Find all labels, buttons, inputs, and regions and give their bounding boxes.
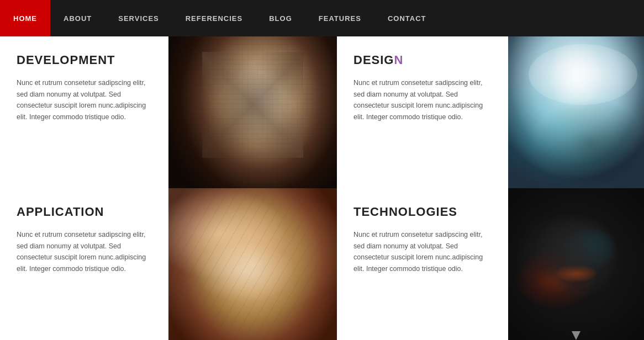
application-title: APPLICATION	[17, 205, 152, 219]
design-panel: DESIGN Nunc et rutrum consetetur sadipsc…	[337, 36, 508, 188]
cyber-face-top-image	[168, 36, 337, 188]
right-top-visual	[508, 36, 644, 188]
painted-face-bottom-image	[168, 188, 337, 340]
design-title: DESIGN	[353, 53, 492, 67]
nav-features[interactable]: FEATURES	[305, 0, 374, 36]
design-title-accent: N	[394, 53, 403, 67]
painted-face-visual	[168, 188, 337, 340]
application-panel: APPLICATION Nunc et rutrum consetetur sa…	[0, 188, 168, 340]
nav-services-label: SERVICES	[118, 14, 159, 23]
nav-features-label: FEATURES	[319, 14, 361, 23]
nav-contact-label: CONTACT	[388, 14, 426, 23]
nav-about-label: ABOUT	[64, 14, 92, 23]
nav-about[interactable]: ABOUT	[50, 0, 105, 36]
development-text: Nunc et rutrum consetetur sadipscing eli…	[17, 77, 152, 123]
cyber-face-visual	[168, 36, 337, 188]
design-text: Nunc et rutrum consetetur sadipscing eli…	[353, 77, 492, 123]
nav-services[interactable]: SERVICES	[105, 0, 172, 36]
nav-blog[interactable]: BLOG	[256, 0, 305, 36]
development-title-text: DEVELOPMENT	[17, 53, 115, 67]
navbar: HOME ABOUT SERVICES REFERENCIES BLOG FEA…	[0, 0, 644, 36]
application-title-text: APPLICATION	[17, 205, 104, 219]
development-title: DEVELOPMENT	[17, 53, 152, 67]
nav-referencies-label: REFERENCIES	[186, 14, 242, 23]
technologies-text: Nunc et rutrum consetetur sadipscing eli…	[353, 229, 492, 275]
right-bottom-visual	[508, 188, 644, 340]
right-bottom-image	[508, 188, 644, 340]
development-panel: DEVELOPMENT Nunc et rutrum consetetur sa…	[0, 36, 168, 188]
main-content: DEVELOPMENT Nunc et rutrum consetetur sa…	[0, 36, 644, 340]
application-text: Nunc et rutrum consetetur sadipscing eli…	[17, 229, 152, 275]
nav-home[interactable]: HOME	[0, 0, 50, 36]
technologies-title-text: TECHNOLOGIES	[353, 205, 457, 219]
technologies-panel: TECHNOLOGIES Nunc et rutrum consetetur s…	[337, 188, 508, 340]
right-top-image	[508, 36, 644, 188]
nav-blog-label: BLOG	[269, 14, 292, 23]
nav-contact[interactable]: CONTACT	[374, 0, 440, 36]
nav-referencies[interactable]: REFERENCIES	[172, 0, 256, 36]
design-title-plain: DESIG	[353, 53, 394, 67]
nav-home-label: HOME	[13, 14, 37, 23]
technologies-title: TECHNOLOGIES	[353, 205, 492, 219]
